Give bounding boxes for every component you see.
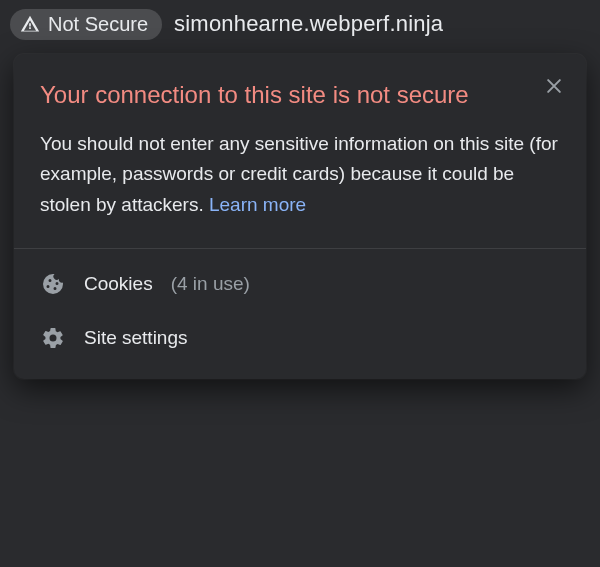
close-icon	[544, 76, 564, 100]
cookies-count: (4 in use)	[171, 273, 250, 295]
site-settings-row[interactable]: Site settings	[14, 311, 586, 365]
address-bar: Not Secure simonhearne.webperf.ninja	[0, 0, 600, 48]
close-button[interactable]	[538, 72, 570, 104]
address-url[interactable]: simonhearne.webperf.ninja	[174, 11, 443, 37]
security-status-chip[interactable]: Not Secure	[10, 9, 162, 40]
gear-icon	[40, 325, 66, 351]
popover-body: You should not enter any sensitive infor…	[14, 123, 586, 242]
warning-triangle-icon	[20, 14, 40, 34]
learn-more-link[interactable]: Learn more	[209, 194, 306, 215]
security-status-label: Not Secure	[48, 13, 148, 36]
cookie-icon	[40, 271, 66, 297]
site-settings-label: Site settings	[84, 327, 188, 349]
popover-title: Your connection to this site is not secu…	[40, 78, 526, 113]
page-info-popover: Your connection to this site is not secu…	[14, 54, 586, 379]
cookies-label: Cookies	[84, 273, 153, 295]
popover-header: Your connection to this site is not secu…	[14, 54, 586, 123]
cookies-row[interactable]: Cookies (4 in use)	[14, 257, 586, 311]
divider	[14, 248, 586, 249]
